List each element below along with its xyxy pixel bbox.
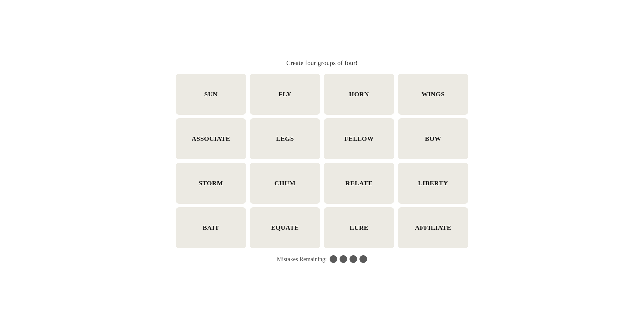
tile-label-liberty: LIBERTY [418,179,448,187]
tile-sun[interactable]: SUN [176,74,246,115]
tile-liberty[interactable]: LIBERTY [398,163,468,204]
tile-bait[interactable]: BAIT [176,207,246,248]
dots-container [330,255,367,263]
mistake-dot-3 [350,255,357,263]
tile-relate[interactable]: RELATE [324,163,394,204]
tile-label-chum: CHUM [274,179,295,187]
tile-label-relate: RELATE [345,179,373,187]
tile-label-wings: WINGS [422,90,445,98]
tile-lure[interactable]: LURE [324,207,394,248]
tile-fellow[interactable]: FELLOW [324,118,394,159]
tile-equate[interactable]: EQUATE [250,207,320,248]
mistakes-area: Mistakes Remaining: [277,255,367,263]
tile-label-horn: HORN [349,90,369,98]
tile-label-bait: BAIT [203,224,219,232]
tile-label-sun: SUN [204,90,218,98]
mistake-dot-2 [340,255,347,263]
tile-label-equate: EQUATE [271,224,299,232]
tile-bow[interactable]: BOW [398,118,468,159]
tile-horn[interactable]: HORN [324,74,394,115]
game-container: Create four groups of four! SUNFLYHORNWI… [176,59,468,263]
tile-storm[interactable]: STORM [176,163,246,204]
tile-label-associate: ASSOCIATE [192,135,230,143]
tile-label-fly: FLY [279,90,292,98]
tile-label-bow: BOW [425,135,441,143]
tile-grid: SUNFLYHORNWINGSASSOCIATELEGSFELLOWBOWSTO… [176,74,468,248]
mistakes-label: Mistakes Remaining: [277,256,327,263]
tile-wings[interactable]: WINGS [398,74,468,115]
tile-affiliate[interactable]: AFFILIATE [398,207,468,248]
tile-label-affiliate: AFFILIATE [415,224,451,232]
tile-label-fellow: FELLOW [344,135,374,143]
tile-associate[interactable]: ASSOCIATE [176,118,246,159]
tile-chum[interactable]: CHUM [250,163,320,204]
tile-label-storm: STORM [199,179,223,187]
tile-label-legs: LEGS [276,135,294,143]
subtitle: Create four groups of four! [286,59,358,67]
tile-label-lure: LURE [350,224,369,232]
tile-fly[interactable]: FLY [250,74,320,115]
tile-legs[interactable]: LEGS [250,118,320,159]
mistake-dot-1 [330,255,337,263]
mistake-dot-4 [359,255,367,263]
